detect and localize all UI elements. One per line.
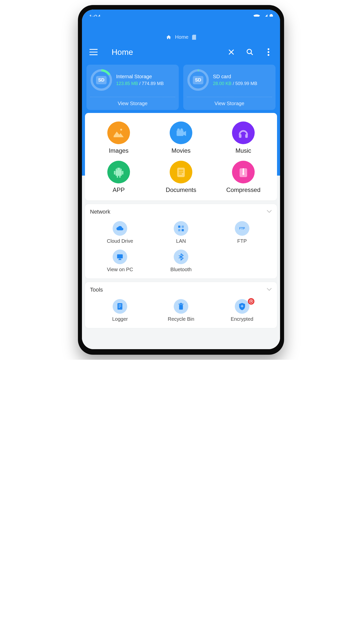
svg-rect-34 bbox=[119, 259, 121, 260]
svg-rect-22 bbox=[117, 176, 118, 178]
category-label: Movies bbox=[171, 147, 191, 154]
view-storage-button[interactable]: View Storage bbox=[187, 97, 272, 110]
storage-ring-icon: SD bbox=[187, 69, 209, 91]
chevron-down-icon bbox=[266, 210, 272, 214]
close-icon bbox=[228, 49, 235, 56]
bin-icon bbox=[174, 299, 188, 314]
svg-rect-12 bbox=[177, 130, 184, 136]
section-header-tools[interactable]: Tools bbox=[88, 287, 274, 294]
item-label: Encrypted bbox=[231, 316, 253, 322]
category-label: Compressed bbox=[226, 186, 260, 193]
svg-rect-33 bbox=[117, 254, 123, 258]
phone-frame: 1:04 Home Home bbox=[78, 5, 284, 355]
section-header-network[interactable]: Network bbox=[88, 209, 274, 216]
storage-ring-icon: SD bbox=[90, 69, 113, 91]
category-label: Images bbox=[109, 147, 129, 154]
image-icon bbox=[107, 122, 130, 144]
category-documents[interactable]: Documents bbox=[150, 161, 212, 193]
svg-rect-20 bbox=[114, 171, 115, 175]
item-label: Logger bbox=[112, 316, 128, 322]
category-label: APP bbox=[113, 186, 125, 193]
cloud-icon bbox=[113, 221, 127, 236]
storage-card-internal[interactable]: SD Internal Storage 123.85 MB / 774.89 M… bbox=[86, 65, 179, 110]
item-label: FTP bbox=[237, 238, 247, 244]
svg-rect-26 bbox=[243, 168, 244, 173]
svg-rect-17 bbox=[116, 170, 122, 176]
screen: 1:04 Home Home bbox=[82, 10, 280, 349]
menu-button[interactable] bbox=[88, 47, 99, 58]
item-view-on-pc[interactable]: View on PC bbox=[89, 250, 151, 272]
close-button[interactable] bbox=[226, 47, 237, 58]
monitor-icon bbox=[113, 250, 127, 264]
item-encrypted[interactable]: Encrypted bbox=[211, 299, 273, 322]
item-logger[interactable]: Logger bbox=[89, 299, 151, 322]
svg-point-27 bbox=[242, 173, 244, 175]
overflow-button[interactable] bbox=[263, 47, 274, 58]
category-app[interactable]: APP bbox=[87, 161, 150, 193]
network-section: Network Cloud DriveLANFTPFTPView on PCBl… bbox=[85, 204, 277, 278]
svg-rect-29 bbox=[182, 226, 184, 228]
storage-usage: 28.00 KB / 509.99 MB bbox=[213, 81, 257, 86]
item-label: View on PC bbox=[107, 267, 133, 272]
category-images[interactable]: Images bbox=[87, 122, 150, 154]
app-header: Home Home bbox=[82, 17, 280, 114]
category-label: Documents bbox=[166, 186, 196, 193]
svg-rect-31 bbox=[182, 229, 184, 231]
breadcrumb-label: Home bbox=[175, 34, 188, 40]
search-icon bbox=[246, 48, 254, 56]
item-label: LAN bbox=[176, 238, 186, 244]
svg-point-5 bbox=[268, 51, 269, 53]
svg-rect-16 bbox=[245, 134, 248, 138]
hamburger-icon bbox=[89, 49, 98, 55]
svg-point-13 bbox=[177, 129, 180, 131]
storage-title: SD card bbox=[213, 74, 257, 79]
svg-point-3 bbox=[247, 49, 252, 54]
svg-rect-30 bbox=[178, 229, 180, 231]
item-cloud-drive[interactable]: Cloud Drive bbox=[89, 221, 151, 244]
svg-rect-28 bbox=[178, 226, 180, 228]
item-ftp[interactable]: FTPFTP bbox=[211, 221, 273, 244]
svg-text:FTP: FTP bbox=[239, 227, 245, 230]
item-lan[interactable]: LAN bbox=[151, 221, 212, 244]
notification-badge-icon bbox=[248, 298, 254, 305]
svg-rect-21 bbox=[122, 171, 123, 175]
doc-icon bbox=[170, 161, 192, 183]
search-button[interactable] bbox=[244, 47, 255, 58]
view-storage-button[interactable]: View Storage bbox=[90, 97, 175, 110]
page-title: Home bbox=[112, 48, 218, 57]
svg-point-19 bbox=[120, 169, 121, 170]
item-label: Cloud Drive bbox=[107, 238, 133, 244]
category-label: Music bbox=[236, 147, 251, 154]
section-title: Network bbox=[90, 209, 110, 215]
zip-icon bbox=[232, 161, 255, 183]
svg-rect-38 bbox=[178, 304, 183, 304]
storage-title: Internal Storage bbox=[116, 74, 164, 79]
storage-usage: 123.85 MB / 774.89 MB bbox=[116, 81, 164, 86]
music-icon bbox=[232, 122, 255, 144]
top-bar: Home bbox=[82, 47, 280, 65]
storage-card-sdcard[interactable]: SD SD card 28.00 KB / 509.99 MB View Sto… bbox=[183, 65, 276, 110]
category-compressed[interactable]: Compressed bbox=[212, 161, 275, 193]
overflow-icon bbox=[267, 48, 269, 56]
lan-icon bbox=[174, 221, 188, 236]
svg-rect-15 bbox=[239, 134, 242, 138]
tools-section: Tools LoggerRecycle BinEncrypted bbox=[85, 282, 277, 328]
svg-point-18 bbox=[117, 169, 118, 170]
bluetooth-icon bbox=[174, 250, 188, 264]
svg-point-6 bbox=[268, 54, 269, 56]
chevron-down-icon bbox=[266, 288, 272, 292]
category-music[interactable]: Music bbox=[212, 122, 275, 154]
svg-rect-37 bbox=[179, 305, 183, 310]
item-bluetooth[interactable]: Bluetooth bbox=[151, 250, 212, 272]
main-body: ImagesMoviesMusicAPPDocumentsCompressed … bbox=[82, 114, 280, 349]
shield-icon bbox=[235, 299, 249, 314]
item-recycle-bin[interactable]: Recycle Bin bbox=[151, 299, 212, 322]
android-icon bbox=[107, 161, 130, 183]
categories-card: ImagesMoviesMusicAPPDocumentsCompressed bbox=[85, 113, 277, 200]
sd-small-icon bbox=[192, 35, 196, 40]
breadcrumb[interactable]: Home bbox=[82, 34, 280, 40]
storage-row: SD Internal Storage 123.85 MB / 774.89 M… bbox=[82, 65, 280, 114]
svg-rect-23 bbox=[119, 176, 121, 178]
category-movies[interactable]: Movies bbox=[150, 122, 212, 154]
sd-chip-icon: SD bbox=[96, 76, 106, 84]
